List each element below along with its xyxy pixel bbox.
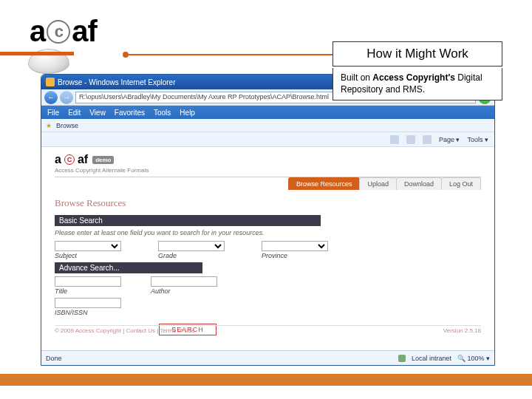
feed-icon[interactable] [406,135,415,144]
address-text: R:\opus\Users\ABradley\My Documents\My A… [79,93,329,100]
tab-label[interactable]: Browse [56,122,78,129]
menu-file[interactable]: File [47,109,59,117]
field-isbn: ISBN/ISSN [55,298,121,316]
ie-menubar: File Edit View Favorites Tools Help [41,106,494,119]
author-input[interactable] [151,276,217,287]
subject-label: Subject [55,252,121,259]
isbn-label: ISBN/ISSN [55,309,121,316]
back-button[interactable]: ← [44,91,58,104]
basic-fields-row: Subject Grade Province [55,241,481,259]
footer-left[interactable]: © 2009 Access Copyright | Contact Us | T… [55,327,195,334]
copyright-circle-icon: c [47,20,70,44]
acaf-logo: a c af [30,15,97,48]
tab-browse[interactable]: Browse Resources [288,177,361,190]
app-logo-c-icon: C [64,154,75,165]
page-title: Browse Resources [55,197,481,209]
headline-box: How it Might Work [332,41,502,66]
footer-right: Version 2.5.18 [443,327,481,334]
subject-select[interactable] [55,241,121,251]
tools-menu[interactable]: Tools ▾ [467,136,488,143]
subhead-pre: Built on [341,72,372,83]
field-province: Province [262,241,328,259]
grade-label: Grade [158,252,225,259]
subhead-box: Built on Access Copyright's Digital Repo… [332,68,502,100]
logo-letters-af: af [72,15,97,48]
bottom-accent-stripe [0,374,532,386]
app-footer: © 2009 Access Copyright | Contact Us | T… [55,325,481,334]
field-grade: Grade [158,241,225,259]
page-content: a C af demo Access Copyright Alternate F… [41,147,494,350]
app-nav: Browse Resources Upload Download Log Out [55,177,481,190]
title-label: Title [55,287,121,295]
field-title: Title [55,276,121,295]
demo-badge: demo [92,156,114,164]
print-icon[interactable] [423,135,432,144]
menu-help[interactable]: Help [180,109,195,117]
ie-command-bar: Page ▾ Tools ▾ [41,132,494,147]
page-menu[interactable]: Page ▾ [439,136,460,143]
isbn-input[interactable] [55,298,121,308]
subhead-bold: Access Copyright's [372,72,455,83]
field-subject: Subject [55,241,121,259]
title-input[interactable] [55,276,121,287]
home-icon[interactable] [390,135,399,144]
zoom-value: 100% [467,355,484,362]
logo-letter-a: a [30,15,45,48]
zoom-label[interactable]: 🔍 100% ▾ [457,355,490,362]
ie-icon [46,78,55,86]
grade-select[interactable] [158,241,225,251]
menu-view[interactable]: View [89,109,106,117]
page-menu-label: Page [439,136,454,143]
menu-favorites[interactable]: Favorites [115,109,145,117]
status-right: Local intranet 🔍 100% ▾ [398,355,490,362]
status-left: Done [46,355,62,362]
province-select[interactable] [262,241,328,251]
advance-fields-row2: ISBN/ISSN [55,298,481,316]
headline-text: How it Might Work [366,47,468,61]
ie-links-bar: ★ Browse [41,119,494,132]
app-logo-af: af [78,153,88,166]
app-logo: a C af demo [55,153,481,166]
window-title: Browse - Windows Internet Explorer [58,78,176,86]
advance-search-header[interactable]: Advance Search... [55,262,202,273]
advance-fields-row1: Title Author [55,276,481,295]
app-logo-a: a [55,153,61,166]
province-label: Province [262,252,328,259]
accent-bar-thick [0,52,74,55]
ie-statusbar: Done Local intranet 🔍 100% ▾ [41,350,494,365]
status-zone: Local intranet [412,355,451,362]
basic-search-hint: Please enter at least one field you want… [55,229,481,236]
tab-download[interactable]: Download [396,177,442,190]
tab-logout[interactable]: Log Out [441,177,481,190]
tools-menu-label: Tools [467,136,482,143]
menu-tools[interactable]: Tools [154,109,171,117]
star-icon[interactable]: ★ [46,122,52,129]
app-tagline: Access Copyright Alternate Formats [55,167,481,174]
ie-window: Browse - Windows Internet Explorer ← → R… [41,74,495,366]
tab-upload[interactable]: Upload [359,177,397,190]
basic-search-header: Basic Search [55,215,321,226]
author-label: Author [151,287,217,295]
field-author: Author [151,276,217,295]
zone-icon [398,355,406,362]
menu-edit[interactable]: Edit [68,109,81,117]
forward-button[interactable]: → [60,91,73,104]
